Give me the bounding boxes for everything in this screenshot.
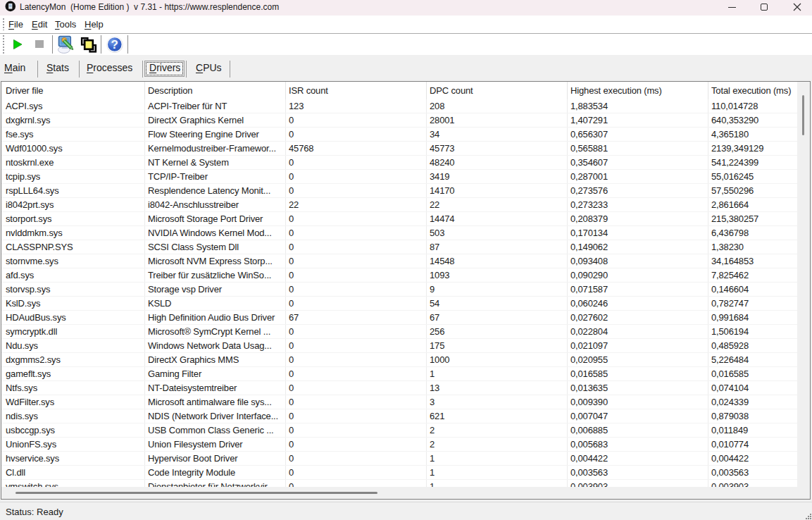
svg-text:?: ? (111, 38, 118, 51)
